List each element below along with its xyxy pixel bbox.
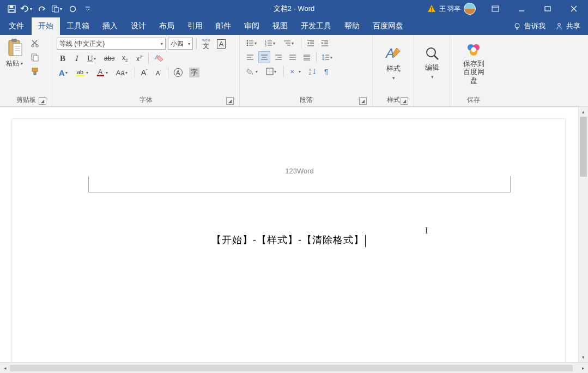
underline-button[interactable]: U▾ bbox=[85, 52, 100, 64]
shading-button[interactable]: ▾ bbox=[244, 65, 262, 77]
tab-developer[interactable]: 开发工具 bbox=[294, 17, 338, 35]
cut-button[interactable] bbox=[28, 37, 41, 49]
tab-file[interactable]: 文件 bbox=[1, 17, 32, 35]
vertical-scrollbar[interactable]: ▴ ▾ bbox=[578, 107, 588, 362]
clipboard-launcher[interactable]: ◢ bbox=[39, 97, 46, 105]
scroll-left-button[interactable]: ◂ bbox=[0, 363, 10, 373]
align-distributed-button[interactable] bbox=[301, 51, 313, 63]
svg-rect-4 bbox=[54, 7, 58, 11]
styles-launcher[interactable]: ◢ bbox=[401, 97, 408, 105]
vscroll-thumb[interactable] bbox=[580, 117, 587, 177]
hscroll-thumb[interactable] bbox=[10, 365, 573, 371]
share-button[interactable]: 共享 bbox=[551, 21, 585, 31]
user-account[interactable]: 王 羽卒 bbox=[422, 3, 481, 15]
font-color-button[interactable]: A▾ bbox=[94, 67, 112, 79]
line-spacing-button[interactable]: ▾ bbox=[320, 51, 336, 63]
undo-button[interactable]: ▾ bbox=[20, 2, 34, 16]
copy-button[interactable] bbox=[28, 51, 41, 63]
paste-button[interactable]: 粘贴▾ bbox=[4, 37, 26, 77]
sort-button[interactable]: AZ bbox=[307, 65, 319, 77]
tab-insert[interactable]: 插入 bbox=[96, 17, 124, 35]
bold-button[interactable]: B bbox=[57, 52, 69, 64]
styles-button[interactable]: A 样式▾ bbox=[377, 37, 409, 89]
tab-layout[interactable]: 布局 bbox=[153, 17, 181, 35]
document-body-text[interactable]: 【开始】-【样式】-【清除格式】 bbox=[12, 233, 565, 247]
highlight-button[interactable]: ab▾ bbox=[74, 67, 92, 79]
tab-help[interactable]: 帮助 bbox=[338, 17, 366, 35]
phonetic-guide-button[interactable]: wén文 bbox=[200, 37, 213, 50]
page[interactable]: 123Word 【开始】-【样式】-【清除格式】 I bbox=[12, 119, 565, 362]
tab-toolbox[interactable]: 工具箱 bbox=[60, 17, 96, 35]
redo-button[interactable] bbox=[35, 2, 49, 16]
close-button[interactable] bbox=[562, 1, 586, 17]
align-left-button[interactable] bbox=[244, 51, 256, 63]
svg-point-35 bbox=[247, 40, 248, 42]
tab-view[interactable]: 视图 bbox=[266, 17, 294, 35]
ribbon-display-button[interactable] bbox=[483, 1, 507, 17]
text-effects-button[interactable]: A▾ bbox=[57, 67, 71, 79]
grow-font-button[interactable]: Aˇ bbox=[138, 67, 150, 79]
bullets-button[interactable]: ▾ bbox=[244, 37, 260, 49]
minimize-button[interactable] bbox=[510, 1, 534, 17]
editing-button[interactable]: 编辑▾ bbox=[419, 37, 445, 89]
titlebar: ▾ ▾ 文档2 - Word 王 羽卒 bbox=[0, 0, 588, 17]
paragraph-launcher[interactable]: ◢ bbox=[359, 97, 367, 105]
font-name-picker[interactable]: 等线 (中文正文)▾ bbox=[57, 38, 166, 50]
align-right-button[interactable] bbox=[272, 51, 284, 63]
enclosed-char-button[interactable]: A bbox=[172, 67, 185, 79]
multilevel-list-button[interactable]: ▾ bbox=[281, 37, 298, 49]
save-button[interactable] bbox=[4, 2, 19, 16]
maximize-button[interactable] bbox=[536, 1, 560, 17]
tab-mail[interactable]: 邮件 bbox=[209, 17, 238, 35]
tab-baidu[interactable]: 百度网盘 bbox=[366, 17, 410, 35]
tab-home[interactable]: 开始 bbox=[32, 17, 60, 35]
clear-formatting-button[interactable]: A bbox=[152, 52, 166, 64]
tab-reference[interactable]: 引用 bbox=[181, 17, 209, 35]
decrease-indent-button[interactable] bbox=[305, 37, 317, 49]
scroll-down-button[interactable]: ▾ bbox=[579, 352, 588, 362]
asian-layout-button[interactable]: ✕▾ bbox=[287, 65, 305, 77]
user-name: 王 羽卒 bbox=[439, 4, 460, 14]
svg-rect-7 bbox=[431, 7, 432, 10]
font-launcher[interactable]: ◢ bbox=[226, 97, 234, 105]
scroll-right-button[interactable]: ▸ bbox=[578, 363, 588, 373]
show-marks-button[interactable]: ¶ bbox=[321, 65, 333, 77]
format-painter-button[interactable] bbox=[28, 65, 41, 77]
group-clipboard: 粘贴▾ 剪贴板◢ bbox=[0, 35, 52, 106]
character-shading-button[interactable]: 字 bbox=[187, 67, 202, 79]
bullets-icon bbox=[246, 39, 254, 47]
group-styles: A 样式▾ 样式◢ bbox=[373, 35, 414, 106]
align-justify-button[interactable] bbox=[287, 51, 299, 63]
svg-rect-29 bbox=[32, 68, 38, 71]
character-border-button[interactable]: A bbox=[215, 38, 228, 50]
qat-circle-button[interactable] bbox=[65, 2, 80, 16]
strikethrough-button[interactable]: abc bbox=[102, 52, 117, 64]
search-icon bbox=[425, 46, 440, 61]
page-header[interactable]: 123Word bbox=[88, 167, 511, 192]
touch-mode-button[interactable]: ▾ bbox=[50, 2, 64, 16]
shrink-font-button[interactable]: Aˇ bbox=[153, 67, 165, 79]
tab-design[interactable]: 设计 bbox=[124, 17, 153, 35]
superscript-button[interactable]: x2 bbox=[133, 52, 145, 64]
styles-icon: A bbox=[385, 45, 402, 62]
horizontal-scrollbar[interactable]: ◂ ▸ bbox=[0, 362, 588, 373]
tab-review[interactable]: 审阅 bbox=[238, 17, 266, 35]
svg-text:3: 3 bbox=[265, 44, 266, 47]
copy-icon bbox=[31, 53, 39, 62]
document-area: ˆ 123Word 【开始】-【样式】-【清除格式】 I ▴ ▾ bbox=[0, 107, 588, 362]
subscript-button[interactable]: x2 bbox=[119, 52, 131, 64]
font-size-picker[interactable]: 小四▾ bbox=[168, 38, 193, 50]
tell-me-button[interactable]: 告诉我 bbox=[509, 21, 550, 31]
qat-customize-button[interactable] bbox=[81, 2, 95, 16]
change-case-button[interactable]: Aa▾ bbox=[114, 67, 131, 79]
scroll-up-button[interactable]: ▴ bbox=[579, 107, 588, 117]
svg-rect-34 bbox=[97, 75, 104, 76]
italic-button[interactable]: I bbox=[71, 52, 83, 64]
increase-indent-button[interactable] bbox=[319, 37, 331, 49]
borders-button[interactable]: ▾ bbox=[264, 65, 280, 77]
numbering-button[interactable]: 123▾ bbox=[263, 37, 279, 49]
numbering-icon: 123 bbox=[265, 39, 272, 47]
baidu-save-button[interactable]: 保存到百度网盘 bbox=[454, 37, 493, 89]
svg-text:¶: ¶ bbox=[324, 68, 328, 75]
align-center-button[interactable] bbox=[258, 51, 270, 63]
